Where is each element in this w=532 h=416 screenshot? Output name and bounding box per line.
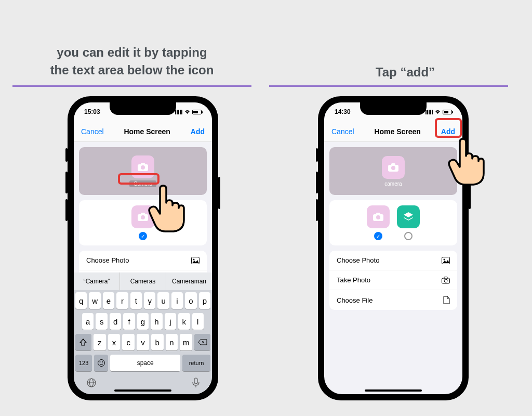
cancel-button[interactable]: Cancel xyxy=(331,127,354,136)
key-b[interactable]: b xyxy=(151,334,164,350)
preview-app-icon xyxy=(382,156,405,179)
key-123[interactable]: 123 xyxy=(75,355,92,371)
key-h[interactable]: h xyxy=(151,313,162,330)
key-s[interactable]: s xyxy=(96,313,107,330)
key-n[interactable]: n xyxy=(166,334,178,350)
preview-label[interactable]: camera xyxy=(384,181,402,187)
photo-icon xyxy=(191,257,200,264)
globe-icon[interactable] xyxy=(86,378,97,391)
key-return[interactable]: return xyxy=(182,355,210,371)
file-icon xyxy=(443,296,450,304)
key-d[interactable]: d xyxy=(110,313,121,330)
take-photo-row[interactable]: Take Photo xyxy=(329,270,457,290)
key-w[interactable]: w xyxy=(89,292,100,309)
navbar: Cancel Home Screen Add xyxy=(74,121,212,142)
emoji-icon xyxy=(97,359,105,367)
nav-title: Home Screen xyxy=(374,127,420,136)
choose-file-row[interactable]: Choose File xyxy=(329,290,457,310)
key-a[interactable]: a xyxy=(82,313,94,330)
underline-left xyxy=(12,85,251,87)
mic-icon[interactable] xyxy=(192,378,200,391)
highlight-label xyxy=(118,173,159,185)
key-j[interactable]: j xyxy=(165,313,176,330)
radio-unselected[interactable] xyxy=(404,232,413,240)
camera-icon xyxy=(442,277,450,284)
choose-photo-row[interactable]: Choose Photo xyxy=(329,251,457,270)
wifi-icon xyxy=(184,109,191,114)
hand-pointer-left xyxy=(144,185,186,234)
photo-icon xyxy=(442,257,450,264)
preview-card: Camera xyxy=(79,147,207,195)
key-p[interactable]: p xyxy=(199,292,210,309)
key-q[interactable]: q xyxy=(75,292,87,309)
hand-pointer-right xyxy=(444,138,486,187)
svg-point-25 xyxy=(444,258,445,260)
icon-options xyxy=(79,200,207,245)
key-t[interactable]: t xyxy=(130,292,142,309)
icon-option-2[interactable] xyxy=(397,205,420,228)
svg-point-23 xyxy=(376,215,380,219)
suggestion-2[interactable]: Cameras xyxy=(120,272,166,290)
keyboard: “Camera” Cameras Cameraman qwertyuiop as… xyxy=(74,272,212,394)
svg-rect-19 xyxy=(391,163,395,166)
key-f[interactable]: f xyxy=(123,313,135,330)
svg-point-7 xyxy=(193,258,195,260)
svg-point-13 xyxy=(102,361,103,362)
key-z[interactable]: z xyxy=(94,334,106,350)
highlight-add xyxy=(435,118,462,138)
svg-rect-1 xyxy=(141,163,145,165)
icon-option-1[interactable] xyxy=(367,205,390,228)
icon-options xyxy=(329,200,457,245)
add-button[interactable]: Add xyxy=(191,127,205,136)
home-indicator[interactable] xyxy=(114,389,171,392)
choose-photo-row[interactable]: Choose Photo xyxy=(79,251,207,270)
phone-left: 15:03 Cancel Home Screen Add Camera Choo… xyxy=(68,96,218,400)
preview-card: camera xyxy=(329,147,457,195)
key-m[interactable]: m xyxy=(180,334,192,350)
key-backspace[interactable] xyxy=(194,334,210,350)
status-time: 14:30 xyxy=(335,108,351,115)
backspace-icon xyxy=(198,339,207,345)
underline-right xyxy=(269,85,508,87)
svg-point-11 xyxy=(98,360,104,367)
key-x[interactable]: x xyxy=(108,334,121,350)
wifi-icon xyxy=(434,109,441,114)
svg-point-2 xyxy=(141,165,145,170)
nav-title: Home Screen xyxy=(124,127,170,136)
battery-icon xyxy=(443,110,452,114)
suggestion-3[interactable]: Cameraman xyxy=(166,272,212,290)
key-l[interactable]: l xyxy=(192,313,204,330)
key-space[interactable]: space xyxy=(110,355,180,371)
key-c[interactable]: c xyxy=(122,334,135,350)
home-indicator[interactable] xyxy=(365,389,422,392)
layers-icon xyxy=(403,211,414,223)
signal-icon xyxy=(425,110,433,114)
key-emoji[interactable] xyxy=(94,355,108,371)
key-r[interactable]: r xyxy=(116,292,128,309)
caption-right: Tap “add” xyxy=(307,63,504,81)
radio-selected[interactable] xyxy=(374,232,382,240)
svg-point-12 xyxy=(99,361,100,362)
svg-point-28 xyxy=(444,279,447,282)
key-g[interactable]: g xyxy=(137,313,149,330)
svg-point-20 xyxy=(391,166,395,170)
key-v[interactable]: v xyxy=(137,334,149,350)
suggestion-1[interactable]: “Camera” xyxy=(74,272,120,290)
camera-icon xyxy=(388,163,399,172)
svg-rect-22 xyxy=(376,213,380,215)
options-list: Choose Photo Take Photo Choose File xyxy=(329,251,457,310)
key-y[interactable]: y xyxy=(144,292,155,309)
key-u[interactable]: u xyxy=(157,292,169,309)
caption-left: you can edit it by tapping the text area… xyxy=(12,44,251,79)
key-i[interactable]: i xyxy=(171,292,183,309)
camera-icon xyxy=(137,162,149,172)
key-o[interactable]: o xyxy=(185,292,196,309)
key-e[interactable]: e xyxy=(103,292,114,309)
key-shift[interactable] xyxy=(75,334,91,350)
key-k[interactable]: k xyxy=(178,313,190,330)
status-time: 15:03 xyxy=(84,108,100,115)
cancel-button[interactable]: Cancel xyxy=(81,127,104,136)
battery-icon xyxy=(192,110,202,114)
camera-icon xyxy=(373,212,384,222)
svg-rect-17 xyxy=(194,378,197,384)
